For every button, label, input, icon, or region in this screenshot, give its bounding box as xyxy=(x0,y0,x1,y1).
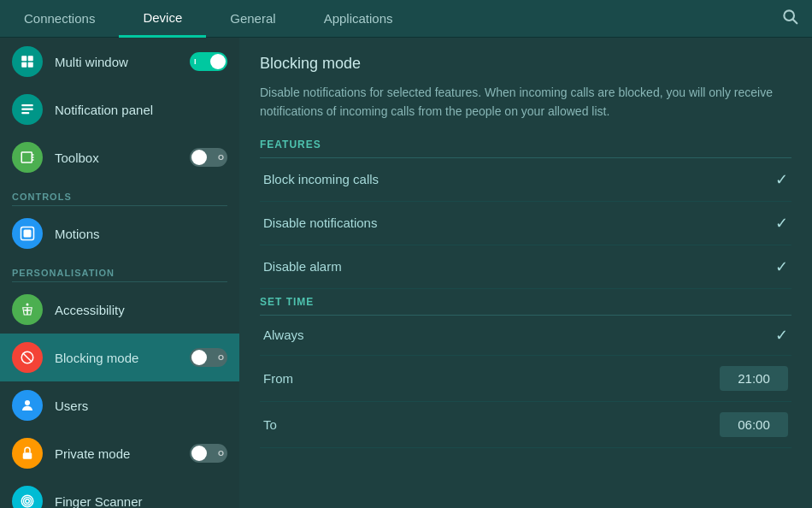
multi-window-icon xyxy=(12,46,43,77)
from-label: From xyxy=(263,371,720,386)
sidebar-item-toolbox[interactable]: Toolbox O xyxy=(0,133,239,181)
blocking-mode-label: Blocking mode xyxy=(55,351,138,365)
page-title: Blocking mode xyxy=(260,55,791,73)
sidebar-item-accessibility[interactable]: Accessibility xyxy=(0,286,239,334)
multi-window-label: Multi window xyxy=(55,55,128,69)
motions-icon xyxy=(12,218,43,249)
accessibility-icon xyxy=(12,294,43,325)
controls-section-label: CONTROLS xyxy=(0,181,239,205)
sidebar-item-finger-scanner[interactable]: Finger Scanner xyxy=(0,477,239,508)
svg-point-11 xyxy=(26,304,29,306)
main-content: Blocking mode Disable notifications for … xyxy=(239,38,812,508)
toolbox-icon xyxy=(12,142,43,173)
svg-rect-4 xyxy=(21,62,26,68)
toolbox-toggle[interactable]: O xyxy=(190,148,227,167)
svg-rect-5 xyxy=(28,62,33,68)
disable-alarm-check-icon: ✓ xyxy=(775,257,788,276)
svg-line-1 xyxy=(793,20,797,24)
tab-device[interactable]: Device xyxy=(119,0,206,38)
users-icon xyxy=(12,390,43,421)
private-mode-icon xyxy=(12,438,43,469)
tab-general[interactable]: General xyxy=(206,0,299,38)
feature-disable-alarm[interactable]: Disable alarm ✓ xyxy=(260,245,791,289)
always-check-icon: ✓ xyxy=(775,326,788,345)
features-section-header: FEATURES xyxy=(260,139,791,158)
users-label: Users xyxy=(55,399,88,413)
blocking-mode-icon xyxy=(12,342,43,373)
from-row[interactable]: From 21:00 xyxy=(260,356,791,402)
notification-panel-icon xyxy=(12,94,43,125)
motions-label: Motions xyxy=(55,227,100,241)
private-mode-label: Private mode xyxy=(55,446,130,461)
sidebar-item-users[interactable]: Users xyxy=(0,381,239,429)
feature-disable-notifications[interactable]: Disable notifications ✓ xyxy=(260,202,791,245)
personalisation-divider xyxy=(12,281,227,282)
sidebar-item-private-mode[interactable]: Private mode O xyxy=(0,429,239,477)
toolbox-label: Toolbox xyxy=(55,151,99,165)
multi-window-toggle[interactable]: I xyxy=(190,52,227,71)
disable-alarm-label: Disable alarm xyxy=(263,259,775,274)
tab-connections[interactable]: Connections xyxy=(0,0,119,38)
sidebar: Multi window I Notification panel xyxy=(0,38,239,508)
set-time-header: SET TIME xyxy=(260,296,791,316)
svg-rect-6 xyxy=(21,104,33,106)
svg-rect-7 xyxy=(21,109,33,110)
tab-applications[interactable]: Applications xyxy=(300,0,417,38)
set-time-section: SET TIME Always ✓ From 21:00 To 06:00 xyxy=(260,296,791,448)
to-row[interactable]: To 06:00 xyxy=(260,402,791,448)
to-label: To xyxy=(263,417,720,432)
to-value[interactable]: 06:00 xyxy=(720,412,788,437)
page-description: Disable notifications for selected featu… xyxy=(260,83,791,121)
accessibility-label: Accessibility xyxy=(55,303,125,317)
sidebar-item-blocking-mode[interactable]: Blocking mode O xyxy=(0,334,239,381)
search-icon[interactable] xyxy=(768,8,812,29)
finger-scanner-icon xyxy=(12,486,43,508)
svg-point-18 xyxy=(26,499,30,504)
svg-line-15 xyxy=(23,353,32,363)
sidebar-item-multi-window[interactable]: Multi window I xyxy=(0,38,239,86)
always-label: Always xyxy=(263,328,775,342)
from-value[interactable]: 21:00 xyxy=(720,366,788,391)
notification-panel-label: Notification panel xyxy=(55,103,153,117)
svg-point-19 xyxy=(24,498,32,505)
svg-point-16 xyxy=(25,400,30,405)
controls-divider xyxy=(12,205,227,206)
private-mode-toggle[interactable]: O xyxy=(190,444,227,463)
top-navigation: Connections Device General Applications xyxy=(0,0,812,38)
sidebar-item-motions[interactable]: Motions xyxy=(0,210,239,257)
disable-notifications-check-icon: ✓ xyxy=(775,214,788,233)
personalisation-section-label: PERSONALISATION xyxy=(0,257,239,281)
feature-block-calls[interactable]: Block incoming calls ✓ xyxy=(260,158,791,202)
svg-rect-17 xyxy=(23,452,32,459)
always-row[interactable]: Always ✓ xyxy=(260,316,791,356)
disable-notifications-label: Disable notifications xyxy=(263,216,775,230)
finger-scanner-label: Finger Scanner xyxy=(55,494,143,509)
main-layout: Multi window I Notification panel xyxy=(0,38,812,508)
sidebar-item-notification-panel[interactable]: Notification panel xyxy=(0,86,239,133)
block-calls-label: Block incoming calls xyxy=(263,172,775,186)
svg-rect-10 xyxy=(24,230,32,238)
svg-rect-3 xyxy=(28,56,33,61)
svg-rect-2 xyxy=(21,56,26,61)
block-calls-check-icon: ✓ xyxy=(775,170,788,189)
blocking-mode-toggle[interactable]: O xyxy=(190,348,227,367)
svg-rect-8 xyxy=(21,112,29,114)
